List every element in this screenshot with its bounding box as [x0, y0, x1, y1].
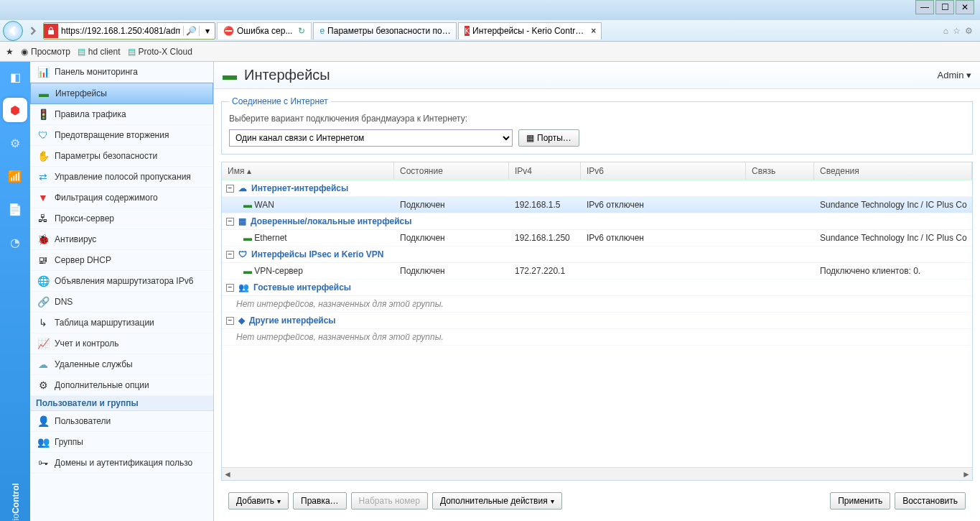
grid-header: Имя ▴ Состояние IPv4 IPv6 Связь Сведения	[222, 162, 972, 180]
nav-label: Параметры безопасности	[55, 151, 157, 161]
rail-logs[interactable]: 📄	[3, 197, 27, 221]
shield-icon: 🛡	[37, 129, 49, 141]
nav-bandwidth[interactable]: ⇄Управление полосой пропускания	[30, 167, 213, 188]
col-info[interactable]: Сведения	[814, 162, 972, 180]
add-button[interactable]: Добавить	[228, 492, 289, 510]
nav-users[interactable]: 👤Пользователи	[30, 411, 213, 432]
nav-domains[interactable]: 🗝Домены и аутентификация пользо	[30, 453, 213, 474]
rail-shield[interactable]: ⬢	[3, 98, 27, 122]
nav-ips[interactable]: 🛡Предотвращение вторжения	[30, 125, 213, 146]
empty-group-message: Нет интерфейсов, назначенных для этой гр…	[222, 329, 972, 346]
window-maximize[interactable]: ☐	[935, 0, 954, 14]
group-icon: ◆	[238, 315, 245, 326]
window-close[interactable]: ✕	[956, 0, 974, 14]
collapse-icon[interactable]: −	[226, 218, 234, 226]
tab-error[interactable]: ⛔ Ошибка сер... ↻	[217, 22, 312, 40]
home-icon[interactable]: ⌂	[943, 26, 948, 36]
nav-traffic-rules[interactable]: 🚦Правила трафика	[30, 104, 213, 125]
restore-button[interactable]: Восстановить	[895, 492, 966, 510]
collapse-icon[interactable]: −	[226, 284, 234, 292]
globe-icon: 🌐	[37, 275, 49, 287]
address-bar: 🔎 ▾	[43, 22, 215, 40]
tab-kerio-interfaces[interactable]: K Интерфейсы - Kerio Contr… ×	[458, 22, 602, 40]
nav-label: Дополнительные опции	[55, 380, 149, 390]
interface-row[interactable]: ▬ WANПодключен192.168.1.5IPv6 отключенSu…	[222, 197, 972, 213]
favorites-icon[interactable]: ☆	[953, 26, 961, 36]
col-ipv4[interactable]: IPv4	[509, 162, 581, 180]
col-state[interactable]: Состояние	[394, 162, 509, 180]
window-controls: — ☐ ✕	[915, 0, 974, 14]
nav-accounting[interactable]: 📈Учет и контроль	[30, 333, 213, 354]
users-icon: 👥	[37, 436, 49, 448]
col-name[interactable]: Имя ▴	[222, 162, 394, 180]
edit-button[interactable]: Правка…	[293, 492, 347, 510]
user-menu[interactable]: Admin ▾	[938, 70, 971, 80]
ports-button[interactable]: ▦Порты…	[518, 129, 579, 147]
nav-dns[interactable]: 🔗DNS	[30, 292, 213, 313]
interface-row[interactable]: ▬ VPN-серверПодключен172.27.220.1Подключ…	[222, 263, 972, 280]
apply-button[interactable]: Применить	[830, 492, 890, 510]
tab-security-params[interactable]: e Параметры безопасности по…	[313, 22, 457, 40]
nav-remote[interactable]: ☁Удаленные службы	[30, 354, 213, 375]
add-favorite-icon[interactable]: ★	[6, 47, 14, 57]
col-link[interactable]: Связь	[746, 162, 814, 180]
page-title: Интерфейсы	[244, 67, 330, 83]
group-row[interactable]: −👥Гостевые интерфейсы	[222, 280, 972, 296]
more-actions-button[interactable]: Дополнительные действия	[432, 492, 562, 510]
tab-close-icon[interactable]: ×	[587, 26, 596, 36]
nic-large-icon: ▬	[223, 67, 237, 83]
bottom-toolbar: Добавить Правка… Набрать номер Дополните…	[221, 488, 973, 514]
bookmark-hdclient[interactable]: ▤hd client	[78, 47, 121, 57]
bookmark-view[interactable]: ◉Просмотр	[21, 47, 70, 57]
interface-row[interactable]: ▬ EthernetПодключен192.168.1.250IPv6 отк…	[222, 230, 972, 246]
nav-antivirus[interactable]: 🐞Антивирус	[30, 229, 213, 250]
nav-interfaces[interactable]: ▬Интерфейсы	[30, 83, 213, 104]
dropdown-icon[interactable]: ▾	[199, 26, 215, 36]
nav-security[interactable]: ✋Параметры безопасности	[30, 146, 213, 167]
rail-stats[interactable]: 📶	[3, 164, 27, 188]
grid-scrollbar[interactable]: ◄►	[222, 467, 972, 480]
back-button[interactable]	[3, 21, 23, 41]
collapse-icon[interactable]: −	[226, 317, 234, 325]
collapse-icon[interactable]: −	[226, 185, 234, 193]
bookmarks-bar: ★ ◉Просмотр ▤hd client ▤Proto-X Cloud	[0, 42, 980, 62]
forward-button[interactable]	[24, 22, 42, 40]
nav-dhcp[interactable]: 🖳Сервер DHCP	[30, 250, 213, 271]
nav-label: Фильтрация содержимого	[55, 193, 158, 203]
url-input[interactable]	[58, 26, 183, 36]
group-row[interactable]: −☁Интернет-интерфейсы	[222, 180, 972, 197]
rail-pie[interactable]: ◔	[3, 230, 27, 254]
search-icon[interactable]: 🔎	[183, 26, 199, 36]
tools-icon[interactable]: ⚙	[965, 26, 973, 36]
dns-icon: 🔗	[37, 296, 49, 308]
group-row[interactable]: −🛡Интерфейсы IPsec и Kerio VPN	[222, 246, 972, 263]
nav-label: Учет и контроль	[55, 338, 119, 349]
connection-mode-select[interactable]: Один канал связи с Интернетом	[229, 129, 513, 147]
window-minimize[interactable]: —	[915, 0, 934, 14]
nav-ipv6-ra[interactable]: 🌐Объявления маршрутизатора IPv6	[30, 271, 213, 292]
group-row[interactable]: −◆Другие интерфейсы	[222, 313, 972, 329]
refresh-icon[interactable]: ↻	[298, 26, 305, 36]
page-icon: ▤	[78, 47, 85, 57]
collapse-icon[interactable]: −	[226, 251, 234, 259]
nav-groups[interactable]: 👥Группы	[30, 432, 213, 453]
group-title: Интернет-интерфейсы	[251, 183, 348, 193]
ports-icon: ▦	[526, 133, 534, 143]
stop-icon: ⛔	[223, 26, 234, 36]
nav-advanced[interactable]: ⚙Дополнительные опции	[30, 375, 213, 396]
app-container: ◧ ⬢ ⚙ 📶 📄 ◔ KerioControl 📊Панель монитор…	[0, 62, 980, 521]
group-title: Другие интерфейсы	[249, 315, 336, 326]
dial-button[interactable]: Набрать номер	[351, 492, 428, 510]
rail-dashboard[interactable]: ◧	[3, 65, 27, 89]
nav-routing[interactable]: ↳Таблица маршрутизации	[30, 313, 213, 333]
col-ipv6[interactable]: IPv6	[581, 162, 746, 180]
nav-proxy[interactable]: 🖧Прокси-сервер	[30, 208, 213, 229]
bug-icon: 🐞	[37, 234, 49, 245]
domain-icon: 🗝	[37, 457, 49, 469]
nav-content-filter[interactable]: ▼Фильтрация содержимого	[30, 188, 213, 208]
rail-gear[interactable]: ⚙	[3, 131, 27, 155]
group-row[interactable]: −▦Доверенные/локальные интерфейсы	[222, 213, 972, 230]
nav-dashboard[interactable]: 📊Панель мониторинга	[30, 62, 213, 83]
bookmark-label: Просмотр	[31, 47, 70, 57]
bookmark-protox[interactable]: ▤Proto-X Cloud	[128, 47, 192, 57]
